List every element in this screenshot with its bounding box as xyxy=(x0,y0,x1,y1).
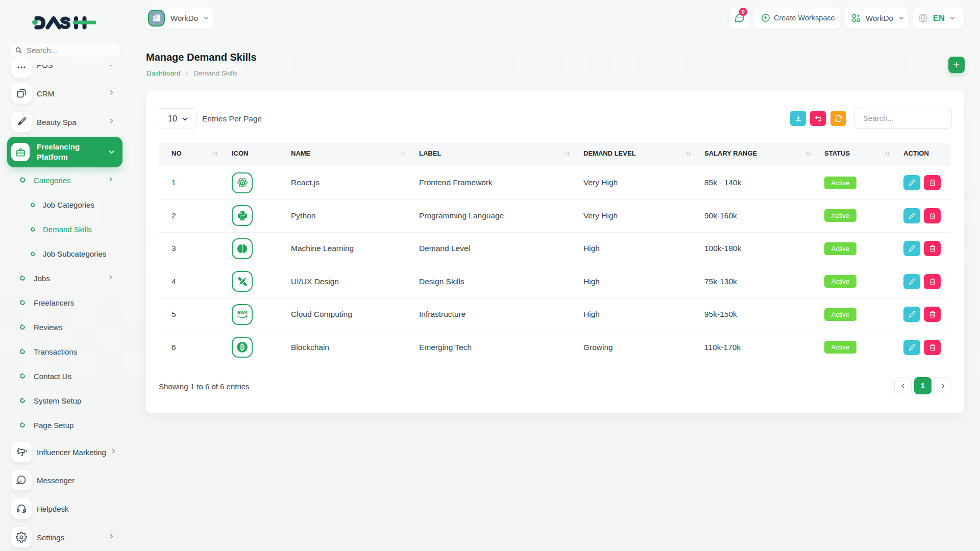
svg-text:aws: aws xyxy=(237,310,248,316)
